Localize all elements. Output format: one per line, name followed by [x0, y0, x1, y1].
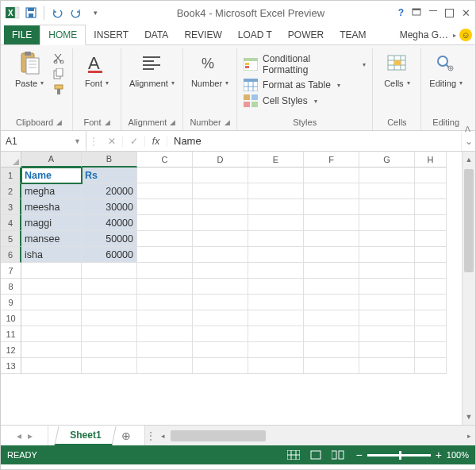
cell[interactable]: [137, 295, 193, 310]
column-header[interactable]: G: [359, 152, 415, 168]
cell[interactable]: [304, 279, 359, 295]
cell[interactable]: [359, 168, 415, 183]
cell[interactable]: megha: [21, 183, 82, 199]
cell[interactable]: 50000: [82, 231, 137, 247]
cell[interactable]: [193, 168, 248, 183]
scroll-up-icon[interactable]: ▲: [463, 153, 475, 166]
redo-icon[interactable]: [68, 5, 84, 21]
cell[interactable]: [137, 168, 193, 183]
cell[interactable]: [415, 231, 447, 247]
cell[interactable]: 20000: [82, 183, 137, 199]
cell[interactable]: [415, 183, 447, 199]
row-header[interactable]: 11: [1, 326, 21, 342]
cell[interactable]: [248, 295, 304, 310]
number-launcher-icon[interactable]: ◢: [225, 118, 230, 126]
conditional-formatting-button[interactable]: Conditional Formatting▾: [244, 53, 366, 75]
cell[interactable]: [248, 168, 304, 183]
number-button[interactable]: % Number▾: [190, 50, 230, 90]
cell[interactable]: [137, 279, 193, 295]
tab-power[interactable]: POWER: [280, 25, 332, 44]
cell[interactable]: [193, 183, 248, 199]
font-button[interactable]: A Font▾: [79, 50, 114, 90]
cell[interactable]: [415, 342, 447, 358]
cell[interactable]: [248, 183, 304, 199]
column-header[interactable]: D: [193, 152, 248, 168]
insert-function-icon[interactable]: fx: [145, 136, 167, 147]
tab-data[interactable]: DATA: [136, 25, 176, 44]
cell[interactable]: [193, 358, 248, 374]
cell[interactable]: [248, 279, 304, 295]
page-layout-view-icon[interactable]: [305, 448, 326, 462]
cell[interactable]: [359, 247, 415, 263]
cell[interactable]: [248, 247, 304, 263]
cell[interactable]: [359, 295, 415, 310]
cell[interactable]: [304, 310, 359, 326]
row-header[interactable]: 2: [1, 183, 21, 199]
cell[interactable]: [137, 326, 193, 342]
row-header[interactable]: 12: [1, 342, 21, 358]
column-header[interactable]: B: [82, 152, 137, 168]
qat-customize-icon[interactable]: ▾: [87, 5, 103, 21]
cell[interactable]: [359, 231, 415, 247]
cell[interactable]: 40000: [82, 215, 137, 231]
sheet-tab-sheet1[interactable]: Sheet1: [54, 426, 116, 445]
row-header[interactable]: 7: [1, 263, 21, 279]
signed-in-user[interactable]: Megha G… ▸ ☺: [397, 25, 475, 44]
cell[interactable]: [415, 295, 447, 310]
cell[interactable]: [248, 342, 304, 358]
horizontal-scrollbar[interactable]: ⋮ ◂ ▸: [144, 426, 475, 445]
vertical-scrollbar[interactable]: ▲ ▼: [462, 152, 475, 425]
cell[interactable]: [415, 247, 447, 263]
column-header[interactable]: A: [21, 152, 82, 168]
scroll-down-icon[interactable]: ▼: [463, 410, 475, 423]
cell[interactable]: [304, 358, 359, 374]
maximize-icon[interactable]: [445, 9, 454, 17]
cell[interactable]: [193, 231, 248, 247]
cell[interactable]: [193, 279, 248, 295]
row-header[interactable]: 9: [1, 295, 21, 310]
cell-b1[interactable]: Rs: [82, 168, 137, 183]
zoom-level-label[interactable]: 100%: [447, 450, 469, 460]
cell[interactable]: [359, 358, 415, 374]
row-header[interactable]: 8: [1, 279, 21, 295]
row-header[interactable]: 4: [1, 215, 21, 231]
zoom-in-icon[interactable]: +: [436, 449, 442, 461]
cell[interactable]: [415, 326, 447, 342]
minimize-icon[interactable]: ─: [429, 4, 437, 17]
cell[interactable]: [21, 263, 82, 279]
page-break-view-icon[interactable]: [328, 448, 348, 462]
hscroll-thumb[interactable]: [171, 430, 266, 441]
paste-button[interactable]: Paste▾: [12, 50, 47, 90]
formula-input[interactable]: Name: [167, 131, 461, 151]
scroll-thumb[interactable]: [464, 169, 474, 272]
alignment-button[interactable]: Alignment▾: [128, 50, 176, 90]
cell[interactable]: [304, 231, 359, 247]
copy-icon[interactable]: [52, 67, 66, 80]
cell[interactable]: [21, 342, 82, 358]
cell[interactable]: [415, 310, 447, 326]
enter-formula-icon[interactable]: ✓: [123, 136, 145, 147]
cancel-formula-icon[interactable]: ✕: [101, 136, 123, 147]
cell[interactable]: [415, 263, 447, 279]
clipboard-launcher-icon[interactable]: ◢: [56, 118, 62, 126]
cell[interactable]: [193, 326, 248, 342]
cell[interactable]: [193, 310, 248, 326]
row-header[interactable]: 3: [1, 199, 21, 215]
cell[interactable]: [304, 183, 359, 199]
column-header[interactable]: F: [304, 152, 359, 168]
cell[interactable]: [137, 358, 193, 374]
format-painter-icon[interactable]: [52, 83, 66, 96]
cell[interactable]: [359, 279, 415, 295]
cell[interactable]: [359, 263, 415, 279]
cell[interactable]: [193, 295, 248, 310]
alignment-launcher-icon[interactable]: ◢: [170, 118, 175, 126]
column-header[interactable]: C: [137, 152, 193, 168]
normal-view-icon[interactable]: [283, 448, 304, 462]
cell[interactable]: [415, 199, 447, 215]
cell[interactable]: [304, 199, 359, 215]
cell[interactable]: [415, 215, 447, 231]
cell[interactable]: [193, 199, 248, 215]
cell[interactable]: [415, 358, 447, 374]
cell[interactable]: [82, 279, 137, 295]
cell[interactable]: [415, 168, 447, 183]
